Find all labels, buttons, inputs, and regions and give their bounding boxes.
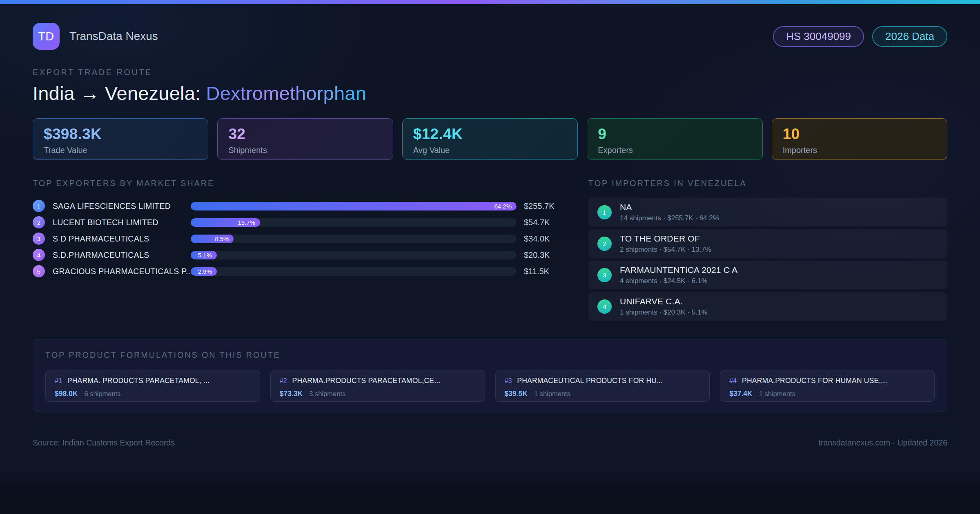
exporter-name: SAGA LIFESCIENCES LIMITED — [53, 202, 191, 211]
rank-badge: 3 — [33, 233, 45, 245]
market-share-bar-track: 64.2% — [191, 202, 517, 210]
product-name: PHARMA.PRODUCTS FOR HUMAN USE,... — [742, 377, 887, 385]
product-value: $98.0K — [55, 390, 78, 398]
main-content: TOP EXPORTERS BY MARKET SHARE 1 SAGA LIF… — [33, 179, 947, 323]
importers-heading: TOP IMPORTERS IN VENEZUELA — [588, 179, 947, 188]
importer-row[interactable]: 2 TO THE ORDER OF 2 shipments · $54.7K ·… — [588, 229, 947, 258]
exporter-row[interactable]: 2 LUCENT BIOTECH LIMITED 13.7% $54.7K — [33, 214, 557, 230]
product-name: PHARMA.PRODUCTS PARACETAMOL,CE... — [292, 377, 441, 385]
product-card-bottom: $39.5K 1 shipments — [505, 390, 701, 398]
importer-info: NA 14 shipments · $255.7K · 64.2% — [620, 202, 719, 222]
footer-site: transdatanexus.com · Updated 2026 — [819, 438, 947, 448]
products-heading: TOP PRODUCT FORMULATIONS ON THIS ROUTE — [45, 350, 935, 360]
importer-rank-badge: 4 — [597, 299, 612, 314]
stat-card-avg-value: $12.4K Avg Value — [402, 118, 578, 160]
stat-label: Shipments — [228, 146, 382, 155]
importers-section: TOP IMPORTERS IN VENEZUELA 1 NA 14 shipm… — [588, 179, 947, 323]
exporters-section: TOP EXPORTERS BY MARKET SHARE 1 SAGA LIF… — [33, 179, 557, 323]
importer-info: UNIFARVE C.A. 1 shipments · $20.3K · 5.1… — [620, 297, 708, 317]
exporter-name: GRACIOUS PHARMACEUTICALS P... — [53, 267, 191, 276]
exporter-value: $20.3K — [517, 250, 557, 260]
product-shipments: 3 shipments — [309, 390, 345, 398]
market-share-percent: 64.2% — [494, 203, 517, 210]
product-shipments: 1 shipments — [534, 390, 570, 398]
eyebrow-label: EXPORT TRADE ROUTE — [33, 68, 947, 77]
market-share-bar-track: 13.7% — [191, 218, 517, 227]
stat-label: Trade Value — [44, 146, 197, 155]
exporters-heading: TOP EXPORTERS BY MARKET SHARE — [33, 179, 557, 188]
rank-badge: 5 — [33, 265, 45, 277]
market-share-percent: 8.5% — [215, 235, 234, 242]
product-card-top: #4 PHARMA.PRODUCTS FOR HUMAN USE,... — [729, 377, 925, 385]
product-value: $39.5K — [505, 390, 528, 398]
exporter-name: LUCENT BIOTECH LIMITED — [53, 218, 191, 227]
importer-meta: 2 shipments · $54.7K · 13.7% — [620, 246, 711, 254]
product-card-bottom: $37.4K 1 shipments — [729, 390, 925, 398]
stat-value: $12.4K — [413, 126, 567, 143]
market-share-bar-fill: 64.2% — [191, 202, 517, 210]
exporter-row[interactable]: 5 GRACIOUS PHARMACEUTICALS P... 2.9% $11… — [33, 263, 557, 279]
exporter-name: S.D.PHARMACEUTICALS — [53, 250, 191, 260]
stat-card-shipments: 32 Shipments — [217, 118, 393, 160]
market-share-percent: 5.1% — [198, 252, 217, 259]
product-card-top: #1 PHARMA. PRODUCTS PARACETAMOL, ... — [55, 377, 251, 385]
market-share-bar-fill: 2.9% — [191, 267, 217, 276]
market-share-bar-fill: 8.5% — [191, 235, 234, 243]
importer-meta: 4 shipments · $24.5K · 6.1% — [620, 277, 737, 285]
products-section: TOP PRODUCT FORMULATIONS ON THIS ROUTE #… — [33, 339, 947, 412]
product-card[interactable]: #4 PHARMA.PRODUCTS FOR HUMAN USE,... $37… — [720, 370, 935, 402]
importer-row[interactable]: 3 FARMAUNTENTICA 2021 C A 4 shipments · … — [588, 261, 947, 289]
importer-row[interactable]: 4 UNIFARVE C.A. 1 shipments · $20.3K · 5… — [588, 292, 947, 321]
market-share-bar-fill: 13.7% — [191, 218, 260, 227]
importer-info: TO THE ORDER OF 2 shipments · $54.7K · 1… — [620, 234, 711, 254]
product-rank: #4 — [729, 377, 737, 385]
product-card-bottom: $98.0K 6 shipments — [55, 390, 251, 398]
header: TD TransData Nexus HS 30049099 2026 Data — [33, 4, 947, 50]
importer-rank-badge: 1 — [597, 205, 612, 219]
product-value: $73.3K — [280, 390, 303, 398]
brand-name: TransData Nexus — [69, 30, 158, 43]
stat-label: Exporters — [598, 146, 751, 155]
exporter-row[interactable]: 1 SAGA LIFESCIENCES LIMITED 64.2% $255.7… — [33, 198, 557, 214]
importer-rank-badge: 3 — [597, 268, 612, 282]
brand: TD TransData Nexus — [33, 23, 158, 50]
header-badges: HS 30049099 2026 Data — [773, 26, 947, 47]
stat-card-importers: 10 Importers — [772, 118, 947, 160]
rank-badge: 1 — [33, 200, 45, 212]
data-year-badge[interactable]: 2026 Data — [872, 26, 947, 47]
product-rank: #1 — [55, 377, 62, 385]
page-title: India → Venezuela: Dextromethorphan — [33, 82, 947, 104]
stat-label: Importers — [783, 146, 936, 155]
product-card[interactable]: #1 PHARMA. PRODUCTS PARACETAMOL, ... $98… — [45, 370, 260, 402]
stat-card-trade-value: $398.3K Trade Value — [33, 118, 208, 160]
product-name: PHARMA. PRODUCTS PARACETAMOL, ... — [67, 377, 209, 385]
importer-row[interactable]: 1 NA 14 shipments · $255.7K · 64.2% — [588, 198, 947, 226]
market-share-bar-track: 2.9% — [191, 267, 517, 276]
importer-info: FARMAUNTENTICA 2021 C A 4 shipments · $2… — [620, 265, 737, 285]
product-name: PHARMACEUTICAL PRODUCTS FOR HU... — [517, 377, 663, 385]
hs-code-badge[interactable]: HS 30049099 — [773, 26, 864, 47]
exporter-name: S D PHARMACEUTICALS — [53, 234, 191, 244]
footer-source: Source: Indian Customs Export Records — [33, 438, 175, 448]
exporter-value: $54.7K — [517, 218, 557, 227]
stat-value: $398.3K — [44, 126, 197, 143]
product-card[interactable]: #2 PHARMA.PRODUCTS PARACETAMOL,CE... $73… — [270, 370, 485, 402]
data-year-badge-label: 2026 Data — [885, 30, 934, 43]
exporter-row[interactable]: 3 S D PHARMACEUTICALS 8.5% $34.0K — [33, 230, 557, 247]
exporter-row[interactable]: 4 S.D.PHARMACEUTICALS 5.1% $20.3K — [33, 247, 557, 263]
product-value: $37.4K — [729, 390, 752, 398]
brand-logo: TD — [33, 23, 60, 50]
importer-name: NA — [620, 202, 719, 212]
product-shipments: 1 shipments — [759, 390, 795, 398]
product-card[interactable]: #3 PHARMACEUTICAL PRODUCTS FOR HU... $39… — [495, 370, 710, 402]
page-title-product: Dextromethorphan — [206, 82, 366, 104]
market-share-bar-track: 5.1% — [191, 251, 517, 259]
exporter-value: $255.7K — [517, 202, 557, 211]
exporters-bar-chart: 1 SAGA LIFESCIENCES LIMITED 64.2% $255.7… — [33, 198, 557, 279]
importer-meta: 1 shipments · $20.3K · 5.1% — [620, 308, 708, 317]
rank-badge: 4 — [33, 249, 45, 261]
dashboard-page: TD TransData Nexus HS 30049099 2026 Data… — [0, 4, 980, 514]
importers-list: 1 NA 14 shipments · $255.7K · 64.2% 2 TO… — [588, 198, 947, 321]
brand-logo-text: TD — [38, 30, 54, 43]
importer-name: UNIFARVE C.A. — [620, 297, 708, 306]
